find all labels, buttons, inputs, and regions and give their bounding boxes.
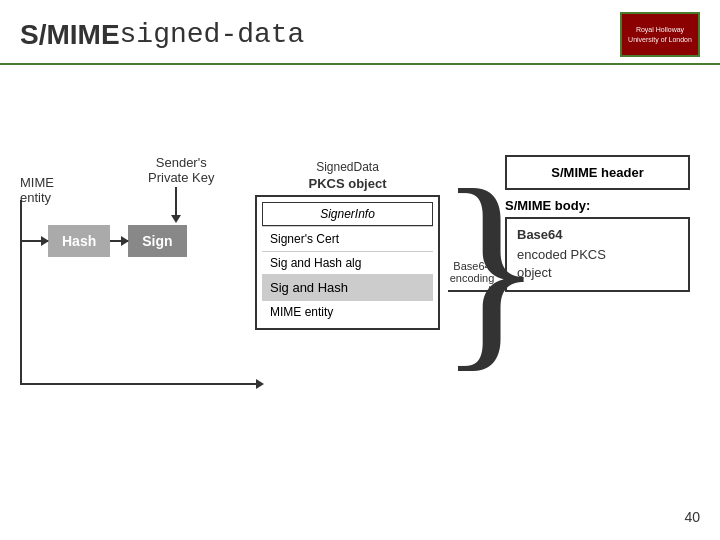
arrow-to-hash [20, 240, 48, 242]
signed-data-label: SignedData [255, 160, 440, 174]
title-smime: S/MIME [20, 19, 120, 51]
signed-data-section: SignedData PKCS object SignerInfo Signer… [255, 160, 440, 330]
mime-entity-bottom: MIME entity [262, 300, 433, 323]
base64-inside-label: Base64 [517, 227, 678, 242]
sign-box: Sign [128, 225, 186, 257]
main-content: MIME entity Sender's Private Key Hash Si… [0, 65, 720, 533]
base64-encoding-area: Base64 encoding [448, 260, 496, 292]
smime-header-box: S/MIME header [505, 155, 690, 190]
base64-arrow [448, 290, 496, 292]
arrow-down-key-head [171, 215, 181, 223]
logo-line1: Royal Holloway [636, 25, 684, 34]
sig-hash-box: Sig and Hash [262, 274, 433, 300]
page-number: 40 [684, 509, 700, 525]
l-bracket-arrow [256, 379, 264, 389]
l-bracket-horizontal [20, 383, 258, 385]
logo-line2: University of London [628, 35, 692, 44]
arrow-hash-sign [110, 240, 128, 242]
university-logo: Royal Holloway University of London [620, 12, 700, 57]
smime-body-label: S/MIME body: [505, 198, 690, 213]
arrow-to-hash-head [41, 236, 49, 246]
hash-box: Hash [48, 225, 110, 257]
base64-sublabel: encoding [450, 272, 495, 284]
signer-info-box: SignerInfo [262, 202, 433, 226]
arrow-down-key [175, 187, 177, 217]
base64-arrow-head [489, 286, 497, 296]
signers-cert: Signer's Cert [262, 226, 433, 251]
sender-private-key: Sender's Private Key [148, 155, 214, 185]
title-rest: signed-data [120, 19, 305, 50]
encoded-pkcs-label: encoded PKCS object [517, 246, 678, 282]
pkcs-box: SignerInfo Signer's Cert Sig and Hash al… [255, 195, 440, 330]
pkcs-label: PKCS object [255, 176, 440, 191]
smime-body-box: Base64 encoded PKCS object [505, 217, 690, 292]
smime-right-section: S/MIME header S/MIME body: Base64 encode… [505, 155, 690, 292]
hash-flow: Hash Sign [20, 225, 187, 257]
arrow-hash-sign-head [121, 236, 129, 246]
sig-hash-alg: Sig and Hash alg [262, 251, 433, 274]
page-header: S/MIME signed-data Royal Holloway Univer… [0, 0, 720, 65]
mime-entity-label: MIME entity [20, 175, 54, 205]
base64-label: Base64 [453, 260, 490, 272]
l-bracket-vertical [20, 200, 22, 385]
